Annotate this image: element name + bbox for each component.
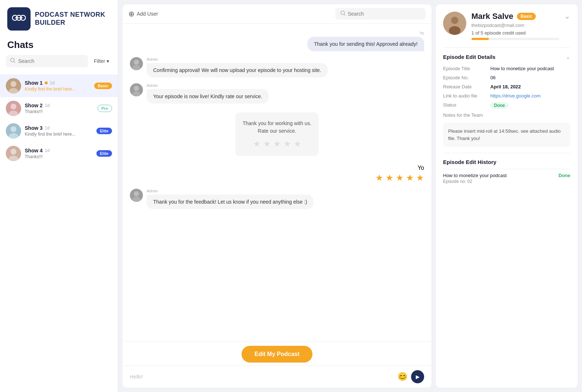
chat-badge: Basic — [94, 83, 112, 89]
chat-info: Show 3 1d Kindly find the brief here... — [25, 125, 93, 137]
star-5[interactable]: ★ — [294, 139, 301, 149]
chat-name-row: Show 1 1d — [25, 80, 91, 86]
chat-name: Show 2 — [25, 103, 43, 108]
sidebar: PODCAST NETWORK BUILDER Chats Filter ▾ S… — [0, 0, 118, 392]
plus-icon: ⊕ — [128, 9, 135, 18]
chat-input-area: 😊 ▶ — [123, 365, 431, 388]
message-left: Admin Your episode is now live! Kindly r… — [130, 83, 269, 104]
app-name: PODCAST NETWORK BUILDER — [35, 11, 111, 27]
rating-text: Thank you for working with us.Rate our s… — [243, 120, 311, 135]
filter-button[interactable]: Filter ▾ — [91, 56, 112, 66]
chevron-right-icon[interactable]: ⌄ — [564, 12, 570, 20]
svg-point-30 — [451, 17, 458, 24]
chat-item[interactable]: Show 2 1d Thanks!!! Pro — [0, 97, 118, 120]
chat-item[interactable]: Show 4 1d Thanks!!! Elite — [0, 142, 118, 165]
filled-stars: ★★★★★ — [375, 173, 424, 183]
chat-time: 1d — [45, 148, 49, 153]
message-right: Yo Thank you for sending this! Approved … — [307, 31, 424, 51]
history-info: How to monetize your podcast Episode no:… — [443, 173, 507, 184]
message-left: Admin Thank you for the feedback! Let us… — [130, 189, 314, 209]
svg-line-5 — [14, 61, 15, 63]
user-email: thebizpodcast@mail.com — [471, 23, 559, 28]
svg-point-13 — [11, 126, 16, 132]
chat-avatar — [6, 123, 21, 139]
detail-panel: Mark Salve Basic thebizpodcast@mail.com … — [436, 4, 578, 388]
admin-label: Admin — [147, 189, 314, 193]
add-user-button[interactable]: ⊕ Add User — [128, 9, 158, 18]
chat-badge: Pro — [97, 105, 112, 112]
admin-label: Admin — [147, 83, 269, 88]
app-logo — [7, 7, 31, 31]
search-icon — [10, 58, 15, 64]
svg-point-31 — [449, 26, 461, 35]
detail-value[interactable]: https://drive.google.com — [490, 93, 570, 99]
chat-name: Show 4 — [25, 148, 43, 153]
history-title: How to monetize your podcast — [443, 173, 507, 178]
svg-point-27 — [134, 191, 139, 196]
star-2[interactable]: ★ — [263, 139, 271, 149]
chat-search-box[interactable] — [335, 8, 426, 20]
sender-label: Yo — [420, 31, 424, 35]
user-badge: Basic — [517, 13, 536, 20]
message-bubble: Thank you for the feedback! Let us know … — [147, 195, 314, 209]
chat-panel: ⊕ Add User Yo Thank you for sending this… — [123, 4, 431, 388]
detail-label: Link to audio file — [443, 93, 490, 99]
episode-history-section-header: Episode Edit History — [443, 155, 570, 169]
admin-avatar — [130, 57, 143, 70]
sidebar-search-input[interactable] — [18, 58, 84, 64]
svg-point-24 — [134, 86, 139, 91]
notes-box: Please insert mid-roll at 14:59sec. see … — [443, 123, 570, 147]
user-info: Mark Salve Basic thebizpodcast@mail.com … — [471, 12, 559, 40]
emoji-button[interactable]: 😊 — [398, 372, 407, 381]
user-name: Mark Salve — [471, 12, 513, 21]
send-button[interactable]: ▶ — [411, 370, 424, 383]
message-content: Admin Confirming approval! We will now u… — [147, 57, 328, 77]
admin-avatar — [130, 83, 143, 96]
sidebar-search-box[interactable] — [6, 55, 88, 67]
credit-fill — [471, 38, 489, 40]
main: ⊕ Add User Yo Thank you for sending this… — [118, 0, 582, 392]
chat-name-row: Show 4 1d — [25, 148, 93, 153]
episode-history-list: How to monetize your podcast Episode no:… — [443, 169, 570, 188]
chat-item[interactable]: Show 3 1d Kindly find the brief here... … — [0, 120, 118, 142]
chat-badge: Elite — [96, 150, 112, 157]
detail-row: Episode TitleHow to monetize your podcas… — [443, 64, 570, 73]
star-3[interactable]: ★ — [274, 139, 281, 149]
chat-preview: Kindly find the brief here... — [25, 132, 93, 137]
chat-time: 1d — [45, 103, 49, 108]
search-filter-row: Filter ▾ — [0, 55, 118, 73]
chat-name-row: Show 2 1d — [25, 103, 94, 108]
chat-avatar — [6, 78, 21, 93]
star-4[interactable]: ★ — [284, 139, 291, 149]
edit-podcast-button[interactable]: Edit My Podcast — [242, 346, 313, 363]
message-input[interactable] — [130, 374, 394, 380]
message-left: Admin Confirming approval! We will now u… — [130, 57, 328, 77]
svg-point-7 — [11, 81, 16, 87]
rating-stars[interactable]: ★ ★ ★ ★ ★ — [243, 139, 311, 149]
avatar — [443, 12, 466, 35]
history-subtitle: Episode no: 02 — [443, 179, 507, 184]
unread-dot — [45, 81, 48, 84]
chat-search-input[interactable] — [348, 11, 420, 17]
chat-item[interactable]: Show 1 1d Kindly find the brief here... … — [0, 75, 118, 97]
filled-star: ★ — [375, 173, 383, 183]
svg-line-19 — [344, 14, 345, 15]
detail-row: Notes for the Team — [443, 111, 570, 120]
detail-row: Link to audio filehttps://drive.google.c… — [443, 91, 570, 100]
detail-value: April 18, 2022 — [490, 84, 570, 89]
admin-avatar — [130, 189, 143, 202]
status-badge: Done — [490, 102, 509, 109]
episode-edit-section-header: Episode Edit Details ⌄ — [443, 49, 570, 64]
chat-info: Show 2 1d Thanks!!! — [25, 103, 94, 114]
star-1[interactable]: ★ — [253, 139, 260, 149]
detail-label: Episode No. — [443, 75, 490, 80]
chat-preview: Thanks!!! — [25, 154, 93, 159]
episode-edit-chevron[interactable]: ⌄ — [566, 53, 570, 60]
chat-info: Show 4 1d Thanks!!! — [25, 148, 93, 159]
chat-search-icon — [340, 11, 346, 17]
detail-value: How to monetize your podcast — [490, 66, 570, 71]
sender-label: Yo — [418, 165, 424, 171]
message-bubble: Confirming approval! We will now upload … — [147, 63, 328, 77]
credit-bar — [471, 38, 559, 40]
message-bubble: Thank you for sending this! Approved alr… — [307, 37, 424, 51]
